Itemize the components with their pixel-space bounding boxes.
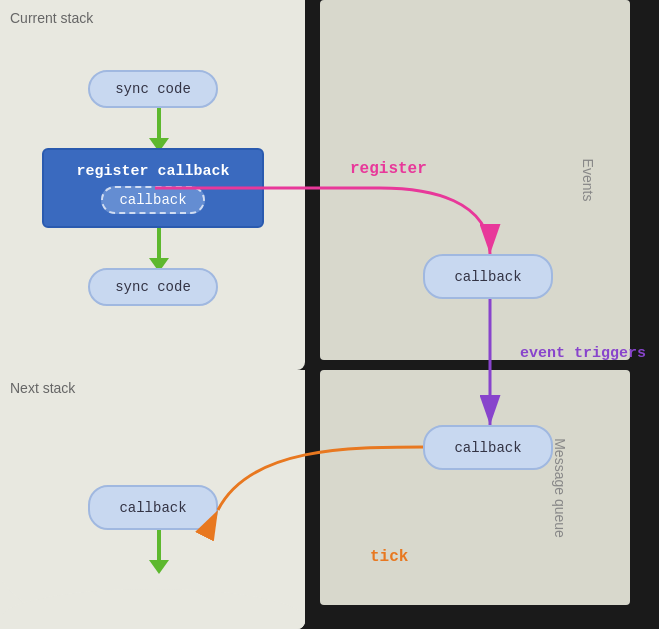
sync-code-bottom-node: sync code [88,268,218,306]
sync-code-top-node: sync code [88,70,218,108]
message-queue-panel-label: Message queue [552,438,568,538]
events-panel: Events [320,0,630,360]
callback-events-node: callback [423,254,553,299]
message-queue-panel: Message queue [320,370,630,605]
next-stack-title: Next stack [10,380,75,396]
current-stack-title: Current stack [10,10,93,26]
callback-message-queue-node: callback [423,425,553,470]
tick-label: tick [370,548,408,566]
register-callback-node: register callback callback [42,148,264,228]
register-label: register [350,160,427,178]
callback-next-stack-node: callback [88,485,218,530]
events-panel-label: Events [581,159,597,202]
callback-inner-node: callback [101,186,204,214]
event-triggers-label: event triggers [520,345,646,362]
